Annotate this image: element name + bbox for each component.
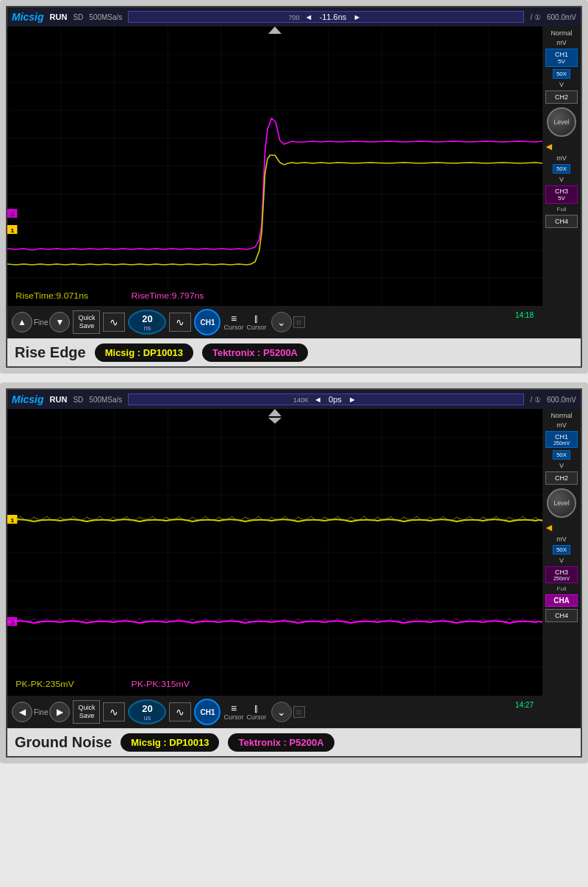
ch1-indicator-1[interactable]: CH1 bbox=[194, 309, 220, 335]
cursor1-icon-1: ≡ bbox=[231, 313, 237, 324]
panel-ground-noise: Micsig RUN SD 500MSa/s 140K ◄ 0ps ► / ① … bbox=[0, 382, 588, 763]
fine-label-2: Fine bbox=[34, 708, 48, 716]
x50-badge-3: 50X bbox=[553, 450, 570, 460]
svg-text:1: 1 bbox=[10, 516, 14, 523]
wave-sine-button-2[interactable]: ∿ bbox=[169, 313, 191, 332]
ch1-indicator-2[interactable]: CH1 bbox=[194, 699, 220, 725]
run-status-2: RUN bbox=[50, 395, 68, 404]
ch1-button-2[interactable]: CH1 250mV bbox=[545, 431, 578, 448]
toolbar-2: ◀ Fine ▶ Quick Save ∿ 20 us ∿ CH1 bbox=[7, 696, 581, 728]
menu-button-2[interactable]: ⌄ bbox=[271, 702, 292, 722]
label-bar-1: Rise Edge Micsig : DP10013 Tektronix : P… bbox=[7, 338, 581, 366]
normal-label-2: Normal bbox=[551, 412, 572, 419]
logo-2: Micsig bbox=[12, 393, 44, 405]
ch3-label-1: CH3 bbox=[549, 188, 574, 195]
probe1-badge-2: Micsig : DP10013 bbox=[121, 733, 219, 752]
down-arrow-button-1[interactable]: ▼ bbox=[49, 312, 70, 332]
ch3-button-2[interactable]: CH3 250mV bbox=[545, 566, 578, 583]
timebase-unit-1: ns bbox=[144, 324, 151, 332]
mv-label-3: mV bbox=[556, 421, 567, 429]
wave-sine-button-3[interactable]: ∿ bbox=[103, 702, 125, 722]
oscilloscope-screen-1: Micsig RUN SD 500MSa/s 700 ◄ -11.6ns ► /… bbox=[6, 6, 582, 368]
ch3-label-2: CH3 bbox=[549, 569, 574, 576]
timebase-value-1: 20 bbox=[142, 313, 152, 324]
cursor2-group-1: ⫿ Cursor bbox=[246, 313, 266, 331]
fine-label-1: Fine bbox=[34, 318, 48, 327]
waveform-area-2: 1 3 PK-PK:235mV PK-PK:315mV bbox=[7, 409, 542, 696]
cursor2-button-1[interactable]: Cursor bbox=[246, 324, 266, 331]
cursor1-group-2: ≡ Cursor bbox=[223, 703, 243, 721]
cursor1-group-1: ≡ Cursor bbox=[223, 313, 243, 331]
up-arrow-button-1[interactable]: ▲ bbox=[12, 312, 32, 332]
scope-title-1: Rise Edge bbox=[15, 344, 86, 361]
usb-icon-1: □ bbox=[293, 316, 305, 328]
time-display-2: 14:27 bbox=[515, 701, 534, 709]
x50-badge-4: 50X bbox=[553, 545, 570, 555]
panel-rise-edge: Micsig RUN SD 500MSa/s 700 ◄ -11.6ns ► /… bbox=[0, 0, 588, 374]
storage-1: SD bbox=[73, 13, 83, 21]
time-offset-2: 0ps bbox=[329, 395, 342, 404]
wave-sine-button-4[interactable]: ∿ bbox=[169, 702, 191, 722]
time-offset-area-2: 140K ◄ 0ps ► bbox=[128, 393, 524, 405]
svg-text:PK-PK:315mV: PK-PK:315mV bbox=[132, 680, 190, 688]
ch2-button-1[interactable]: CH2 bbox=[545, 90, 578, 104]
samplerate-2: 500MSa/s bbox=[89, 396, 122, 404]
ch1-label-1: CH1 bbox=[549, 51, 574, 58]
fine-controls-1: ▲ Fine ▼ bbox=[12, 312, 70, 332]
ch1-trigger-arrow-1: ◄ bbox=[544, 140, 554, 152]
svg-text:3: 3 bbox=[10, 619, 14, 625]
time-offset-1: -11.6ns bbox=[320, 13, 347, 21]
timebase-unit-2: us bbox=[144, 714, 151, 722]
run-status-1: RUN bbox=[50, 13, 68, 21]
cursor1-button-1[interactable]: Cursor bbox=[223, 324, 243, 331]
scope-main-2: 1 3 PK-PK:235mV PK-PK:315mV Normal mV bbox=[7, 409, 581, 696]
mv-label-4: mV bbox=[556, 535, 567, 543]
v-label-1: V bbox=[559, 81, 564, 88]
right-arrow-button-2[interactable]: ▶ bbox=[49, 702, 70, 722]
wave-sine-button-1[interactable]: ∿ bbox=[103, 313, 125, 332]
ch3-mode-2: Full bbox=[557, 585, 567, 592]
usb-icon-2: □ bbox=[293, 706, 305, 718]
trigger-freq-2: 140K bbox=[293, 396, 309, 404]
samplerate-1: 500MSa/s bbox=[89, 13, 122, 21]
probe1-badge-1: Micsig : DP10013 bbox=[95, 343, 193, 362]
ch1-trigger-arrow-2: ◄ bbox=[544, 521, 554, 533]
grid-svg-1: 1 3 RiseTime:9.071ns RiseTime:9.797ns bbox=[7, 26, 542, 306]
x50-badge-1: 50X bbox=[553, 69, 570, 79]
time-offset-area-1: 700 ◄ -11.6ns ► bbox=[128, 11, 524, 23]
cursor2-button-2[interactable]: Cursor bbox=[246, 713, 266, 721]
mv-label-2: mV bbox=[556, 154, 567, 162]
svg-text:1: 1 bbox=[10, 227, 14, 233]
cursor1-icon-2: ≡ bbox=[231, 703, 237, 713]
ch1-button-1[interactable]: CH1 5V bbox=[545, 49, 578, 67]
level-knob-2[interactable]: Level bbox=[547, 488, 576, 518]
v-label-2: V bbox=[559, 176, 564, 183]
left-arrow-button-2[interactable]: ◀ bbox=[12, 702, 32, 722]
timebase-display-2: 20 us bbox=[128, 699, 166, 724]
x50-badge-2: 50X bbox=[553, 164, 570, 174]
menu-button-1[interactable]: ⌄ bbox=[271, 312, 292, 332]
ch3-button-1[interactable]: CH3 5V bbox=[545, 185, 578, 204]
ch4-button-2[interactable]: CH4 bbox=[545, 609, 578, 622]
ch2-button-2[interactable]: CH2 bbox=[545, 471, 578, 485]
oscilloscope-screen-2: Micsig RUN SD 500MSa/s 140K ◄ 0ps ► / ① … bbox=[6, 388, 582, 758]
ch4-button-1[interactable]: CH4 bbox=[545, 215, 578, 228]
timebase-display-1: 20 ns bbox=[128, 310, 166, 335]
sidebar-1: Normal mV CH1 5V 50X V CH2 Level ◄ mV bbox=[542, 26, 581, 306]
probe2-badge-1: Tektronix : P5200A bbox=[202, 343, 308, 362]
ch1-scale-1: 5V bbox=[549, 58, 574, 65]
cursor1-button-2[interactable]: Cursor bbox=[223, 713, 243, 721]
quick-save-button-1[interactable]: Quick Save bbox=[73, 310, 100, 334]
quick-save-button-2[interactable]: Quick Save bbox=[73, 700, 100, 724]
cursor2-group-2: ⫿ Cursor bbox=[246, 703, 266, 721]
ch3-mode-1: Full bbox=[557, 206, 567, 213]
timebase-value-2: 20 bbox=[142, 703, 152, 714]
trigger-level-2: 600.0mV bbox=[547, 396, 576, 404]
ch4-label-1: CH4 bbox=[555, 218, 568, 225]
v-label-4: V bbox=[559, 557, 564, 564]
toolbar-inner-1: ▲ Fine ▼ Quick Save ∿ 20 ns ∿ CH1 bbox=[12, 309, 576, 335]
cha-label: CHA bbox=[545, 594, 578, 607]
storage-2: SD bbox=[73, 396, 83, 404]
ch2-label-1: CH2 bbox=[555, 93, 568, 101]
level-knob-1[interactable]: Level bbox=[547, 107, 576, 137]
